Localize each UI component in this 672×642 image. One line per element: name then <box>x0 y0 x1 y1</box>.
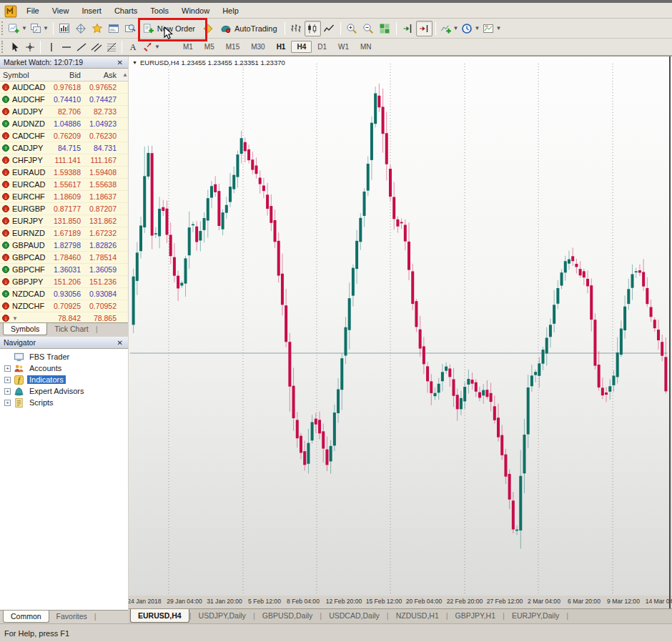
chart-area[interactable]: ▼ EURUSD,H4 1.23455 1.23455 1.23351 1.23… <box>129 56 672 608</box>
market-watch-row-audchf[interactable]: ↑AUDCHF0.744100.74427 <box>0 94 128 106</box>
market-watch-row-audcad[interactable]: ↓AUDCAD0.976180.97652 <box>0 82 128 94</box>
indicators-button[interactable]: ▼ <box>439 21 460 36</box>
market-watch-row-cadjpy[interactable]: ↑CADJPY84.71584.731 <box>0 142 128 154</box>
scroll-down-icon[interactable]: ▼ <box>12 315 18 322</box>
dropdown-arrow-icon[interactable]: ▼ <box>495 25 501 31</box>
market-watch-row-gbpcad[interactable]: ↓GBPCAD1.784601.78514 <box>0 252 128 264</box>
arrows-tool-button[interactable]: ▼ <box>140 40 162 54</box>
menu-tools[interactable]: Tools <box>144 5 175 16</box>
data-window-button[interactable] <box>73 21 89 36</box>
timeframe-h1-button[interactable]: H1 <box>271 41 292 53</box>
dropdown-arrow-icon[interactable]: ▼ <box>453 25 459 31</box>
zoom-in-button[interactable] <box>344 21 360 36</box>
metaeditor-button[interactable] <box>199 21 216 36</box>
horizontal-line-tool-button[interactable] <box>59 40 74 54</box>
market-watch-row-eurnzd[interactable]: ↓EURNZD1.671891.67232 <box>0 227 128 239</box>
fibonacci-tool-button[interactable] <box>104 40 119 54</box>
timeframe-m15-button[interactable]: M15 <box>220 41 245 53</box>
menu-file[interactable]: File <box>20 5 46 16</box>
one-click-collapse-icon[interactable]: ▼ <box>132 60 137 65</box>
navigator-item-expert-advisors[interactable]: +Expert Advisors <box>0 385 128 397</box>
expand-plus-icon[interactable]: + <box>4 377 11 383</box>
trendline-tool-button[interactable] <box>74 40 89 54</box>
market-watch-row-gbpaud[interactable]: ↑GBPAUD1.827981.82826 <box>0 239 128 252</box>
market-watch-row-eurchf[interactable]: ↓EURCHF1.186091.18637 <box>0 191 128 203</box>
market-watch-row-eurjpy[interactable]: ↓EURJPY131.850131.862 <box>0 215 128 227</box>
chart-tab-gbpusd-daily[interactable]: GBPUSD,Daily <box>255 609 320 622</box>
scroll-up-icon[interactable]: ▲ <box>119 71 128 78</box>
text-tool-button[interactable]: A <box>125 40 140 54</box>
toolbar-grip[interactable] <box>1 41 5 52</box>
timeframe-w1-button[interactable]: W1 <box>332 41 355 53</box>
navigator-close-icon[interactable]: ✕ <box>116 339 124 347</box>
periods-button[interactable]: ▼ <box>460 21 481 36</box>
cursor-tool-button[interactable] <box>7 40 22 54</box>
autotrading-button[interactable]: AutoTrading <box>216 21 282 36</box>
menu-charts[interactable]: Charts <box>108 5 144 16</box>
expand-plus-icon[interactable]: + <box>4 365 11 372</box>
terminal-button[interactable] <box>106 21 122 36</box>
templates-button[interactable]: ▼ <box>481 21 503 36</box>
menu-help[interactable]: Help <box>216 5 245 16</box>
chart-tab-usdcad-daily[interactable]: USDCAD,Daily <box>322 609 387 622</box>
tab-symbols[interactable]: Symbols <box>3 323 47 335</box>
timeframe-mn-button[interactable]: MN <box>355 41 377 53</box>
new-order-button[interactable]: New Order <box>139 21 199 36</box>
market-watch-row-eurcad[interactable]: ↓EURCAD1.556171.55638 <box>0 179 128 191</box>
market-watch-row-audjpy[interactable]: ↓AUDJPY82.70682.733 <box>0 106 128 118</box>
tab-favorites[interactable]: Favorites <box>49 611 94 622</box>
dropdown-arrow-icon[interactable]: ▼ <box>474 25 480 31</box>
chart-shift-button[interactable] <box>400 21 416 36</box>
tile-windows-button[interactable] <box>377 21 393 36</box>
toolbar-grip[interactable] <box>1 21 5 35</box>
market-watch-close-icon[interactable]: ✕ <box>116 59 124 66</box>
market-watch-row-gbpchf[interactable]: ↑GBPCHF1.360311.36059 <box>0 264 128 276</box>
menu-view[interactable]: View <box>46 5 76 16</box>
market-watch-row-chfjpy[interactable]: ↓CHFJPY111.141111.167 <box>0 154 128 167</box>
market-watch-row-nzdchf[interactable]: ↓NZDCHF0.709250.70952 <box>0 300 128 312</box>
zoom-out-button[interactable] <box>360 21 377 36</box>
dropdown-arrow-icon[interactable]: ▼ <box>21 25 27 31</box>
navigator-item-scripts[interactable]: +Scripts <box>0 397 128 408</box>
dropdown-arrow-icon[interactable]: ▼ <box>154 44 160 50</box>
tab-common[interactable]: Common <box>3 611 49 623</box>
market-watch-row-cadchf[interactable]: ↓CADCHF0.762090.76230 <box>0 130 128 142</box>
chart-tab-nzdusd-h1[interactable]: NZDUSD,H1 <box>389 609 446 622</box>
market-watch-row-eurgbp[interactable]: ↓EURGBP0.871770.87207 <box>0 203 128 215</box>
candlestick-chart[interactable]: 24 Jan 201829 Jan 04:0031 Jan 20:005 Feb… <box>129 56 672 608</box>
timeframe-h4-button[interactable]: H4 <box>291 41 312 53</box>
market-watch-row-nzdjpy[interactable]: ↓▼78.84278.865 <box>0 312 128 322</box>
chart-tab-usdjpy-daily[interactable]: USDJPY,Daily <box>192 609 253 622</box>
timeframe-d1-button[interactable]: D1 <box>312 41 332 53</box>
tab-tick-chart[interactable]: Tick Chart <box>47 323 95 335</box>
line-chart-button[interactable] <box>321 21 337 36</box>
menu-window[interactable]: Window <box>175 5 216 16</box>
auto-scroll-button[interactable] <box>416 21 433 36</box>
market-watch-row-euraud[interactable]: ↓EURAUD1.593881.59408 <box>0 167 128 179</box>
dropdown-arrow-icon[interactable]: ▼ <box>43 25 49 31</box>
navigator-item-indicators[interactable]: +fIndicators <box>0 374 128 385</box>
chart-tab-eurjpy-daily[interactable]: EURJPY,Daily <box>505 609 566 622</box>
market-watch-row-gbpjpy[interactable]: ↓GBPJPY151.206151.236 <box>0 276 128 288</box>
chart-tab-gbpjpy-h1[interactable]: GBPJPY,H1 <box>448 609 503 622</box>
crosshair-tool-button[interactable] <box>22 40 37 54</box>
market-watch-row-audnzd[interactable]: ↑AUDNZD1.048861.04923 <box>0 118 128 130</box>
chart-tab-eurusd-h4[interactable]: EURUSD,H4 <box>130 609 189 623</box>
candlestick-chart-button[interactable] <box>305 21 321 36</box>
expand-plus-icon[interactable]: + <box>4 400 11 406</box>
timeframe-m1-button[interactable]: M1 <box>177 41 199 53</box>
expand-plus-icon[interactable]: + <box>4 388 11 395</box>
new-chart-button[interactable]: ▼ <box>7 21 29 36</box>
navigator-item-fbs-trader[interactable]: FBS Trader <box>0 351 128 362</box>
profiles-button[interactable]: ▼ <box>29 21 50 36</box>
menu-insert[interactable]: Insert <box>75 5 108 16</box>
timeframe-m5-button[interactable]: M5 <box>199 41 220 53</box>
navigator-button[interactable] <box>89 21 106 36</box>
market-watch-row-nzdcad[interactable]: ↑NZDCAD0.930560.93084 <box>0 288 128 300</box>
navigator-item-accounts[interactable]: +Accounts <box>0 362 128 374</box>
strategy-tester-button[interactable] <box>122 21 139 36</box>
channel-tool-button[interactable] <box>89 40 104 54</box>
bar-chart-button[interactable] <box>288 21 305 36</box>
vertical-line-tool-button[interactable] <box>44 40 59 54</box>
market-watch-button[interactable] <box>56 21 73 36</box>
